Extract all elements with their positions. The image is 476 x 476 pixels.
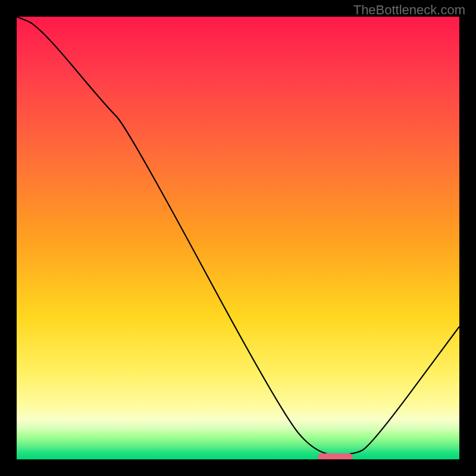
optimum-marker (318, 453, 353, 459)
plot-area (17, 17, 459, 459)
curve-path (17, 17, 459, 455)
watermark-text: TheBottleneck.com (353, 2, 465, 18)
bottleneck-curve (17, 17, 459, 459)
